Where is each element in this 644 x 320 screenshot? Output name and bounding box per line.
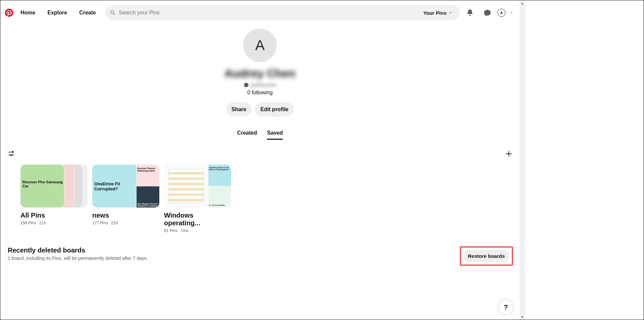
nav-create[interactable]: Create (74, 6, 101, 19)
scrollbar-track[interactable]: ▲ ▼ (520, 0, 525, 320)
restore-boards-button[interactable]: Restore boards (463, 250, 509, 262)
scroll-up-icon[interactable]: ▲ (520, 0, 525, 6)
notifications-icon[interactable] (466, 9, 474, 17)
search-input[interactable] (119, 10, 417, 16)
board-time: 21h (111, 221, 118, 225)
thumb-table-mock (168, 169, 204, 203)
board-name: Windows operating... (164, 212, 231, 227)
board-pin-count: 177 Pins (92, 221, 108, 225)
board-thumb: Recover Pho Samsung Car (20, 165, 88, 208)
board-news[interactable]: OneDrive Fil Corrupted? Recover Photos S… (92, 165, 159, 233)
svg-rect-6 (14, 152, 14, 152)
help-button[interactable]: ? (499, 300, 513, 314)
filter-icon[interactable] (7, 150, 15, 158)
add-icon[interactable] (505, 150, 513, 158)
scroll-down-icon[interactable]: ▼ (520, 314, 525, 320)
profile-handle: audreychen (244, 82, 276, 88)
account-avatar-small[interactable]: A (497, 9, 505, 17)
pinterest-logo-icon[interactable] (5, 9, 13, 17)
thumb-side-text: Recover Photos Samsung Came (137, 167, 159, 172)
svg-point-0 (244, 83, 248, 87)
svg-rect-4 (11, 155, 14, 155)
board-windows[interactable]: OneDrive Slow to Op Files in File Explor… (164, 165, 231, 233)
board-name: news (92, 212, 159, 219)
board-meta: 177 Pins 21h (92, 221, 159, 225)
board-pin-count: 258 Pins (20, 221, 36, 225)
thumb-caption: Recover Pho Samsung Car (22, 180, 64, 188)
board-time: 7mo (180, 228, 188, 233)
board-all-pins[interactable]: Recover Pho Samsung Car All Pins 258 Pin… (20, 165, 88, 233)
board-time: 21h (39, 221, 46, 225)
board-meta: 81 Pins 7mo (164, 228, 231, 233)
search-scope-pill[interactable]: Your Pins (420, 10, 455, 16)
boards-toolbar (0, 140, 520, 161)
svg-point-1 (12, 151, 13, 152)
thumb-side-text: OneDrive Slow to Op Files in File Explor… (209, 167, 231, 171)
chevron-down-icon (448, 11, 452, 15)
top-header: Home Explore Create Your Pins A (0, 0, 520, 25)
boards-grid: Recover Pho Samsung Car All Pins 258 Pin… (0, 161, 520, 233)
recently-deleted-subtitle: 1 board, including its Pins, will be per… (8, 256, 148, 261)
board-thumb: OneDrive Fil Corrupted? Recover Photos S… (92, 165, 159, 208)
svg-rect-5 (8, 155, 9, 155)
board-thumb: OneDrive Slow to Op Files in File Explor… (164, 165, 231, 208)
tab-created[interactable]: Created (237, 130, 257, 140)
edit-profile-button[interactable]: Edit profile (255, 102, 294, 117)
thumb-caption: OneDrive Fil Corrupted? (94, 181, 136, 191)
board-meta: 258 Pins 21h (20, 221, 88, 225)
profile-section: A Audrey Chen audreychen 0 following Sha… (0, 29, 520, 140)
board-pin-count: 81 Pins (164, 228, 177, 233)
svg-point-2 (9, 154, 10, 155)
profile-avatar[interactable]: A (243, 29, 277, 62)
search-scope-label: Your Pins (423, 10, 446, 16)
board-name: All Pins (20, 212, 88, 219)
tab-saved[interactable]: Saved (267, 130, 283, 140)
profile-handle-text: audreychen (250, 82, 276, 88)
messages-icon[interactable] (483, 9, 491, 17)
thumb-side-text: Shin Megami Tensei V Vengeance Crashing (137, 203, 159, 207)
nav-home[interactable]: Home (16, 6, 40, 19)
recently-deleted-section: Recently deleted boards 1 board, includi… (0, 233, 520, 266)
profile-tabs: Created Saved (237, 130, 283, 140)
account-menu-chevron-icon[interactable] (509, 11, 514, 15)
share-button[interactable]: Share (226, 102, 252, 117)
search-icon (110, 10, 115, 15)
thumb-side-text: rl + D not workin (209, 204, 225, 206)
restore-highlight-box: Restore boards (460, 246, 513, 266)
profile-following-count[interactable]: 0 following (247, 90, 273, 96)
search-bar[interactable]: Your Pins (105, 5, 460, 20)
nav-explore[interactable]: Explore (43, 6, 72, 19)
recently-deleted-title: Recently deleted boards (8, 246, 148, 254)
svg-rect-3 (8, 152, 12, 152)
pinterest-mini-icon (244, 82, 249, 88)
profile-name: Audrey Chen (224, 67, 296, 80)
